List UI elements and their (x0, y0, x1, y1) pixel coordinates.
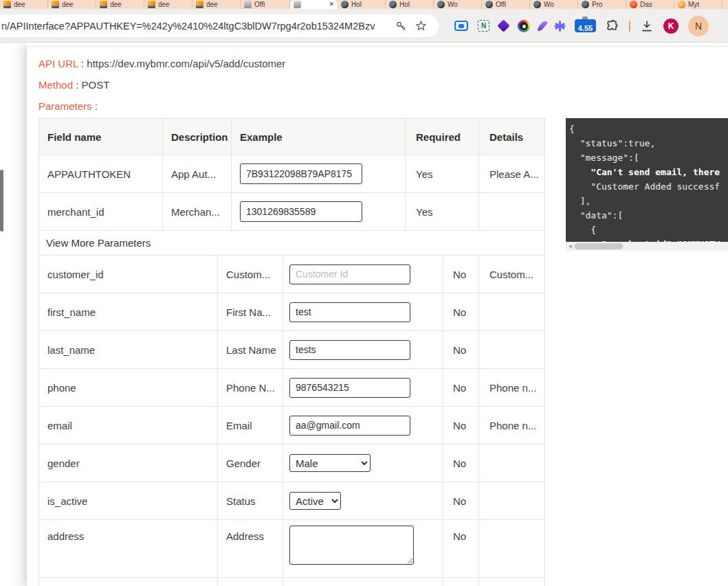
header-details: Details (479, 119, 544, 155)
browser-tab[interactable]: Hol (338, 0, 386, 9)
asterisk-extension-icon[interactable] (554, 21, 565, 32)
parameters-line: Parameters : (38, 100, 98, 112)
browser-tab[interactable]: Das (626, 0, 674, 9)
status-select[interactable]: Active (289, 492, 341, 510)
picture-in-picture-icon[interactable] (454, 21, 468, 31)
profile-avatar-n[interactable]: N (688, 16, 709, 36)
table-row: first_name First Na... No (39, 293, 544, 330)
last-name-input[interactable] (289, 340, 410, 360)
extensions-puzzle-icon[interactable] (606, 19, 619, 33)
site-favicon (294, 1, 301, 8)
json-line: "data":[ (569, 208, 728, 223)
address-bar[interactable]: n/APIInterface?APPAUTHKEY=%242y%2410%24l… (0, 14, 439, 37)
left-scrollbar-thumb[interactable] (0, 170, 3, 232)
json-line: "message":[ (569, 150, 728, 165)
table-row: customer_id Custom... No Custom... (39, 255, 544, 293)
table-row: last_name Last Name No (39, 330, 544, 368)
url-text: n/APIInterface?APPAUTHKEY=%242y%2410%24l… (0, 21, 375, 32)
gender-select[interactable]: Male (289, 454, 371, 472)
json-line: "status":true, (569, 136, 728, 150)
json-panel-hscrollbar[interactable]: ◄ (566, 242, 728, 251)
json-line: { (569, 122, 728, 136)
json-line: { (569, 223, 728, 237)
account-avatar-k[interactable]: K (663, 19, 679, 34)
phpmyadmin-favicon (196, 1, 203, 8)
browser-tab[interactable]: Wo (530, 0, 578, 9)
table-row: email Email No Phone n... (39, 406, 544, 444)
browser-tab[interactable]: Pro (578, 0, 626, 9)
json-line: "merchant_id":"OHMYSTW (569, 237, 728, 242)
extensions-row: N 4.55 K N (454, 14, 709, 37)
downloads-icon[interactable] (640, 19, 654, 33)
parameters-label: Parameters (38, 100, 92, 112)
toolbar-separator (629, 21, 630, 32)
browser-toolbar: n/APIInterface?APPAUTHKEY=%242y%2410%24l… (0, 9, 728, 43)
browser-tab[interactable]: Hol (386, 0, 434, 9)
table-row: is_active Status Active No (39, 482, 544, 519)
site-favicon (437, 1, 445, 8)
header-required: Required (406, 119, 479, 155)
phpmyadmin-favicon (100, 1, 107, 8)
browser-window: dee dee dee dee dee Offi ✕ Hol Hol Wo Of… (0, 0, 728, 586)
site-favicon (389, 1, 397, 8)
browser-tab[interactable]: dee (192, 0, 241, 9)
browser-tab[interactable]: dee (144, 0, 192, 9)
site-favicon (678, 1, 685, 8)
site-favicon (533, 1, 541, 8)
table-row: address Address No (39, 519, 544, 577)
browser-tab[interactable]: dee (96, 0, 144, 9)
method-label: Method (38, 79, 73, 91)
phpmyadmin-favicon (148, 1, 155, 8)
bookmark-star-icon[interactable] (415, 20, 427, 32)
phpmyadmin-favicon (52, 1, 59, 8)
api-url-line: API URL : https://dev.mybmr.com/api/v5/a… (38, 58, 285, 69)
address-textarea[interactable] (289, 526, 414, 565)
left-gutter (0, 43, 26, 586)
first-name-input[interactable] (289, 302, 410, 322)
browser-tab[interactable]: Myt (674, 0, 723, 9)
browser-tab[interactable]: Offi (241, 0, 290, 9)
browser-tab-active[interactable]: ✕ (290, 0, 338, 9)
json-line: ], (569, 194, 728, 208)
page-content: API URL : https://dev.mybmr.com/api/v5/a… (0, 43, 728, 586)
browser-tab[interactable]: Offi (482, 0, 530, 9)
response-json-panel: { "status":true, "message":[ "Can't send… (566, 118, 728, 242)
table-row: birth_date Birth Date No (39, 577, 544, 586)
table-row: APPAUTHTOKEN App Aut... Yes Please A... (39, 155, 544, 192)
table-row: merchant_id Merchan... Yes (39, 192, 544, 230)
customer-id-input[interactable] (289, 264, 410, 284)
browser-tab[interactable]: Wo (434, 0, 482, 9)
key-icon[interactable] (395, 20, 407, 32)
timer-badge-icon[interactable]: 4.55 (575, 19, 596, 32)
site-favicon (341, 1, 349, 8)
notion-clipper-icon[interactable]: N (478, 20, 489, 32)
table-header-row: Field name Description Example Required … (39, 119, 544, 155)
tab-close-icon[interactable]: ✕ (329, 1, 334, 8)
header-description: Description (163, 119, 232, 155)
site-favicon (630, 1, 637, 8)
api-url-value: https://dev.mybmr.com/api/v5/add/custome… (87, 58, 285, 69)
site-favicon (485, 1, 493, 8)
scroll-left-arrow-icon[interactable]: ◄ (566, 242, 575, 251)
browser-tab[interactable]: dee (48, 0, 96, 9)
phpmyadmin-favicon (3, 1, 11, 8)
site-favicon (582, 1, 589, 8)
api-doc-card: API URL : https://dev.mybmr.com/api/v5/a… (26, 46, 728, 586)
method-value: POST (82, 79, 110, 91)
header-example: Example (232, 119, 406, 155)
camera-extension-icon[interactable] (518, 20, 530, 32)
method-line: Method : POST (38, 79, 109, 91)
table-row: phone Phone N... No Phone n... (39, 368, 544, 406)
feather-extension-icon[interactable] (536, 19, 548, 32)
appauthtoken-input[interactable] (240, 164, 362, 184)
view-more-parameters[interactable]: View More Parameters (39, 230, 544, 255)
parameters-table: Field name Description Example Required … (38, 118, 545, 586)
table-row: gender Gender Male No (39, 444, 544, 482)
merchant-id-input[interactable] (240, 201, 362, 222)
diamond-extension-icon[interactable] (497, 19, 509, 32)
hscrollbar-thumb[interactable] (575, 243, 623, 249)
email-input[interactable] (289, 416, 410, 436)
browser-tab[interactable]: dee (0, 0, 48, 9)
json-line: "Customer Added successf (569, 179, 728, 194)
phone-input[interactable] (289, 378, 410, 398)
